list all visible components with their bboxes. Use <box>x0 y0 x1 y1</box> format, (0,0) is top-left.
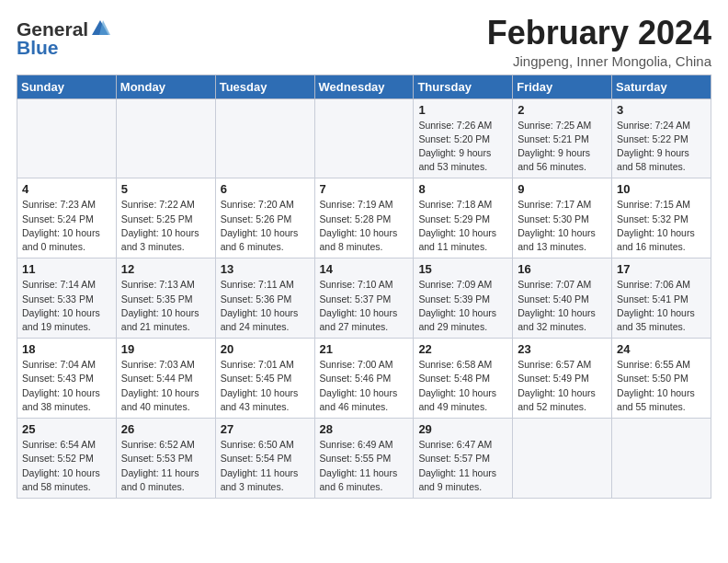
day-info: Sunrise: 7:19 AMSunset: 5:28 PMDaylight:… <box>320 198 409 254</box>
calendar-cell: 24Sunrise: 6:55 AMSunset: 5:50 PMDayligh… <box>612 339 711 419</box>
logo: General Blue <box>17 18 110 59</box>
calendar-cell: 19Sunrise: 7:03 AMSunset: 5:44 PMDayligh… <box>116 339 215 419</box>
day-number: 26 <box>121 422 210 436</box>
day-info: Sunrise: 7:18 AMSunset: 5:29 PMDaylight:… <box>418 198 507 254</box>
page: General Blue February 2024 Jingpeng, Inn… <box>0 0 728 510</box>
calendar-cell <box>116 98 215 178</box>
calendar-cell: 22Sunrise: 6:58 AMSunset: 5:48 PMDayligh… <box>414 339 513 419</box>
weekday-header-saturday: Saturday <box>612 75 711 98</box>
day-number: 16 <box>518 262 607 276</box>
calendar-cell: 10Sunrise: 7:15 AMSunset: 5:32 PMDayligh… <box>612 178 711 259</box>
day-info: Sunrise: 7:09 AMSunset: 5:39 PMDaylight:… <box>418 278 507 334</box>
day-info: Sunrise: 6:47 AMSunset: 5:57 PMDaylight:… <box>418 438 507 494</box>
week-row-4: 18Sunrise: 7:04 AMSunset: 5:43 PMDayligh… <box>17 339 711 419</box>
day-info: Sunrise: 7:10 AMSunset: 5:37 PMDaylight:… <box>320 278 409 334</box>
calendar-cell <box>215 98 314 178</box>
calendar-cell: 6Sunrise: 7:20 AMSunset: 5:26 PMDaylight… <box>215 178 314 259</box>
weekday-header-tuesday: Tuesday <box>215 75 314 98</box>
day-info: Sunrise: 7:01 AMSunset: 5:45 PMDaylight:… <box>221 358 310 414</box>
title-area: February 2024 Jingpeng, Inner Mongolia, … <box>487 15 711 69</box>
calendar-cell: 14Sunrise: 7:10 AMSunset: 5:37 PMDayligh… <box>314 259 414 339</box>
day-number: 15 <box>418 262 507 276</box>
calendar-cell <box>17 98 117 178</box>
day-info: Sunrise: 6:58 AMSunset: 5:48 PMDaylight:… <box>418 358 507 414</box>
day-info: Sunrise: 7:22 AMSunset: 5:25 PMDaylight:… <box>121 198 210 254</box>
day-number: 17 <box>617 262 706 276</box>
day-number: 8 <box>418 182 507 196</box>
day-number: 27 <box>221 422 310 436</box>
week-row-3: 11Sunrise: 7:14 AMSunset: 5:33 PMDayligh… <box>17 259 711 339</box>
calendar-cell: 8Sunrise: 7:18 AMSunset: 5:29 PMDaylight… <box>414 178 513 259</box>
day-info: Sunrise: 7:07 AMSunset: 5:40 PMDaylight:… <box>518 278 607 334</box>
day-number: 28 <box>320 422 409 436</box>
week-row-1: 1Sunrise: 7:26 AMSunset: 5:20 PMDaylight… <box>17 98 711 178</box>
day-number: 18 <box>22 342 111 356</box>
day-info: Sunrise: 7:03 AMSunset: 5:44 PMDaylight:… <box>121 358 210 414</box>
day-info: Sunrise: 7:17 AMSunset: 5:30 PMDaylight:… <box>518 198 607 254</box>
calendar-cell: 15Sunrise: 7:09 AMSunset: 5:39 PMDayligh… <box>414 259 513 339</box>
day-info: Sunrise: 7:15 AMSunset: 5:32 PMDaylight:… <box>617 198 706 254</box>
header: General Blue February 2024 Jingpeng, Inn… <box>17 15 711 69</box>
calendar-cell: 4Sunrise: 7:23 AMSunset: 5:24 PMDaylight… <box>17 178 117 259</box>
calendar-cell: 11Sunrise: 7:14 AMSunset: 5:33 PMDayligh… <box>17 259 117 339</box>
day-info: Sunrise: 7:06 AMSunset: 5:41 PMDaylight:… <box>617 278 706 334</box>
calendar-cell: 17Sunrise: 7:06 AMSunset: 5:41 PMDayligh… <box>612 259 711 339</box>
day-info: Sunrise: 6:49 AMSunset: 5:55 PMDaylight:… <box>320 438 409 494</box>
day-info: Sunrise: 7:23 AMSunset: 5:24 PMDaylight:… <box>22 198 111 254</box>
calendar-cell: 12Sunrise: 7:13 AMSunset: 5:35 PMDayligh… <box>116 259 215 339</box>
day-info: Sunrise: 7:11 AMSunset: 5:36 PMDaylight:… <box>221 278 310 334</box>
calendar-cell: 27Sunrise: 6:50 AMSunset: 5:54 PMDayligh… <box>215 419 314 499</box>
calendar-cell: 3Sunrise: 7:24 AMSunset: 5:22 PMDaylight… <box>612 98 711 178</box>
calendar-cell: 2Sunrise: 7:25 AMSunset: 5:21 PMDaylight… <box>513 98 612 178</box>
location-title: Jingpeng, Inner Mongolia, China <box>487 53 711 69</box>
day-number: 1 <box>418 103 507 117</box>
day-info: Sunrise: 7:24 AMSunset: 5:22 PMDaylight:… <box>617 119 706 175</box>
week-row-5: 25Sunrise: 6:54 AMSunset: 5:52 PMDayligh… <box>17 419 711 499</box>
day-number: 24 <box>617 342 706 356</box>
day-number: 12 <box>121 262 210 276</box>
day-number: 13 <box>221 262 310 276</box>
calendar-cell: 20Sunrise: 7:01 AMSunset: 5:45 PMDayligh… <box>215 339 314 419</box>
calendar-cell: 13Sunrise: 7:11 AMSunset: 5:36 PMDayligh… <box>215 259 314 339</box>
week-row-2: 4Sunrise: 7:23 AMSunset: 5:24 PMDaylight… <box>17 178 711 259</box>
day-number: 6 <box>221 182 310 196</box>
calendar-cell: 16Sunrise: 7:07 AMSunset: 5:40 PMDayligh… <box>513 259 612 339</box>
day-number: 21 <box>320 342 409 356</box>
day-info: Sunrise: 6:54 AMSunset: 5:52 PMDaylight:… <box>22 438 111 494</box>
weekday-header-sunday: Sunday <box>17 75 117 98</box>
day-number: 5 <box>121 182 210 196</box>
day-number: 4 <box>22 182 111 196</box>
logo-icon <box>90 18 110 39</box>
calendar-cell <box>513 419 612 499</box>
calendar-cell: 1Sunrise: 7:26 AMSunset: 5:20 PMDaylight… <box>414 98 513 178</box>
day-number: 20 <box>221 342 310 356</box>
logo-blue: Blue <box>17 37 59 59</box>
calendar-cell: 9Sunrise: 7:17 AMSunset: 5:30 PMDaylight… <box>513 178 612 259</box>
day-info: Sunrise: 7:13 AMSunset: 5:35 PMDaylight:… <box>121 278 210 334</box>
calendar-cell: 7Sunrise: 7:19 AMSunset: 5:28 PMDaylight… <box>314 178 414 259</box>
calendar-cell: 28Sunrise: 6:49 AMSunset: 5:55 PMDayligh… <box>314 419 414 499</box>
day-info: Sunrise: 7:25 AMSunset: 5:21 PMDaylight:… <box>518 119 607 175</box>
day-number: 3 <box>617 103 706 117</box>
day-number: 9 <box>518 182 607 196</box>
day-number: 29 <box>418 422 507 436</box>
day-number: 25 <box>22 422 111 436</box>
day-info: Sunrise: 7:04 AMSunset: 5:43 PMDaylight:… <box>22 358 111 414</box>
calendar: SundayMondayTuesdayWednesdayThursdayFrid… <box>17 75 711 499</box>
weekday-header-thursday: Thursday <box>414 75 513 98</box>
day-info: Sunrise: 7:20 AMSunset: 5:26 PMDaylight:… <box>221 198 310 254</box>
day-number: 22 <box>418 342 507 356</box>
day-number: 19 <box>121 342 210 356</box>
day-info: Sunrise: 6:50 AMSunset: 5:54 PMDaylight:… <box>221 438 310 494</box>
weekday-header-friday: Friday <box>513 75 612 98</box>
day-info: Sunrise: 6:55 AMSunset: 5:50 PMDaylight:… <box>617 358 706 414</box>
day-info: Sunrise: 7:00 AMSunset: 5:46 PMDaylight:… <box>320 358 409 414</box>
calendar-cell <box>612 419 711 499</box>
calendar-cell: 23Sunrise: 6:57 AMSunset: 5:49 PMDayligh… <box>513 339 612 419</box>
day-info: Sunrise: 7:26 AMSunset: 5:20 PMDaylight:… <box>418 119 507 175</box>
calendar-cell: 21Sunrise: 7:00 AMSunset: 5:46 PMDayligh… <box>314 339 414 419</box>
calendar-cell: 5Sunrise: 7:22 AMSunset: 5:25 PMDaylight… <box>116 178 215 259</box>
weekday-header-monday: Monday <box>116 75 215 98</box>
day-number: 23 <box>518 342 607 356</box>
day-info: Sunrise: 6:57 AMSunset: 5:49 PMDaylight:… <box>518 358 607 414</box>
